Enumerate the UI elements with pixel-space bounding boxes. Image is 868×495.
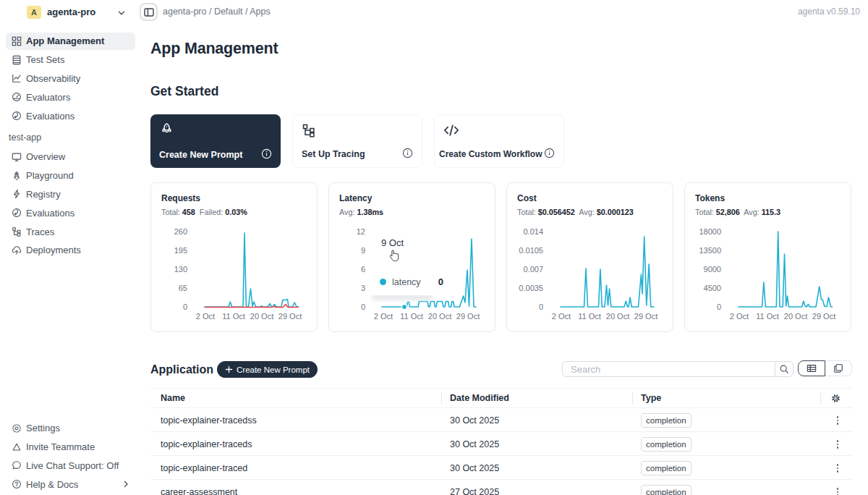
svg-text:11 Oct: 11 Oct (222, 312, 245, 321)
svg-text:20 Oct: 20 Oct (606, 312, 629, 321)
svg-text:2 Oct: 2 Oct (730, 312, 749, 321)
svg-text:11 Oct: 11 Oct (756, 312, 779, 321)
svg-text:6: 6 (361, 265, 365, 274)
svg-text:195: 195 (174, 246, 187, 255)
svg-text:13500: 13500 (699, 246, 721, 255)
svg-text:29 Oct: 29 Oct (634, 312, 658, 321)
svg-text:20 Oct: 20 Oct (250, 312, 273, 321)
svg-text:2 Oct: 2 Oct (374, 312, 393, 321)
svg-text:4500: 4500 (704, 284, 721, 292)
svg-text:11 Oct: 11 Oct (578, 312, 601, 321)
svg-text:18000: 18000 (699, 227, 721, 236)
svg-text:0.0105: 0.0105 (519, 246, 543, 255)
svg-text:29 Oct: 29 Oct (812, 312, 835, 321)
svg-text:3: 3 (361, 284, 365, 292)
svg-text:12: 12 (357, 227, 365, 236)
svg-text:11 Oct: 11 Oct (400, 312, 423, 321)
svg-text:0: 0 (539, 302, 543, 311)
svg-text:2 Oct: 2 Oct (552, 312, 571, 321)
svg-text:0.0035: 0.0035 (519, 284, 543, 292)
svg-text:0: 0 (361, 302, 365, 311)
svg-text:0: 0 (717, 302, 721, 311)
svg-text:0.014: 0.014 (523, 227, 543, 236)
svg-text:9000: 9000 (704, 265, 721, 274)
svg-text:260: 260 (174, 227, 187, 236)
svg-text:2 Oct: 2 Oct (196, 312, 215, 321)
svg-text:9: 9 (361, 246, 365, 255)
svg-text:130: 130 (174, 265, 187, 274)
svg-text:29 Oct: 29 Oct (278, 312, 302, 321)
svg-text:29 Oct: 29 Oct (456, 312, 480, 321)
svg-text:20 Oct: 20 Oct (784, 312, 807, 321)
svg-text:0.007: 0.007 (523, 265, 543, 274)
svg-text:20 Oct: 20 Oct (428, 312, 451, 321)
svg-text:65: 65 (179, 284, 187, 292)
svg-text:0: 0 (183, 302, 187, 311)
